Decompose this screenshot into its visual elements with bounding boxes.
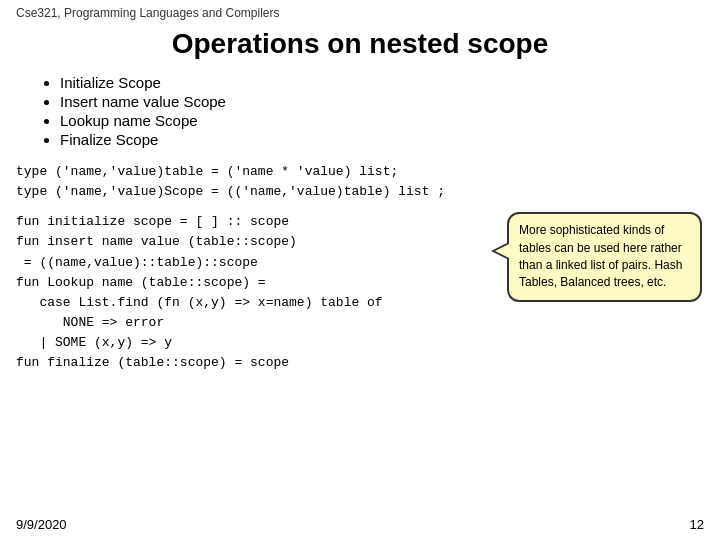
header-text: Cse321, Programming Languages and Compil… [16, 6, 279, 20]
list-item: Lookup name Scope [60, 112, 720, 129]
footer-date: 9/9/2020 [16, 517, 67, 532]
list-item: Finalize Scope [60, 131, 720, 148]
tooltip-bubble: More sophisticated kinds of tables can b… [507, 212, 702, 302]
bullet-list: Initialize Scope Insert name value Scope… [60, 74, 720, 148]
middle-section: fun initialize scope = [ ] :: scope fun … [0, 212, 720, 373]
type-code: type ('name,'value)table = ('name * 'val… [16, 162, 704, 202]
tooltip-text: More sophisticated kinds of tables can b… [519, 223, 682, 289]
page-title: Operations on nested scope [0, 28, 720, 60]
footer-page: 12 [690, 517, 704, 532]
list-item: Initialize Scope [60, 74, 720, 91]
list-item: Insert name value Scope [60, 93, 720, 110]
header: Cse321, Programming Languages and Compil… [0, 0, 720, 22]
